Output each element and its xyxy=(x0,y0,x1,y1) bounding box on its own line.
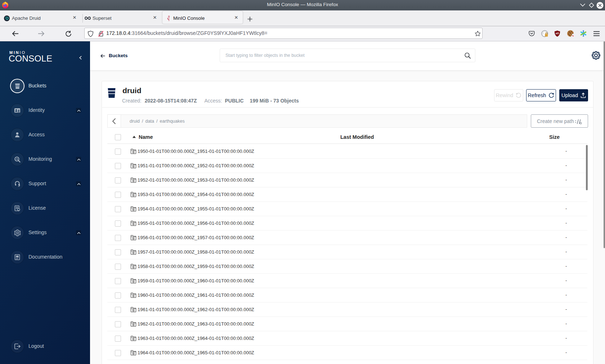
svg-text:uO: uO xyxy=(556,32,559,35)
